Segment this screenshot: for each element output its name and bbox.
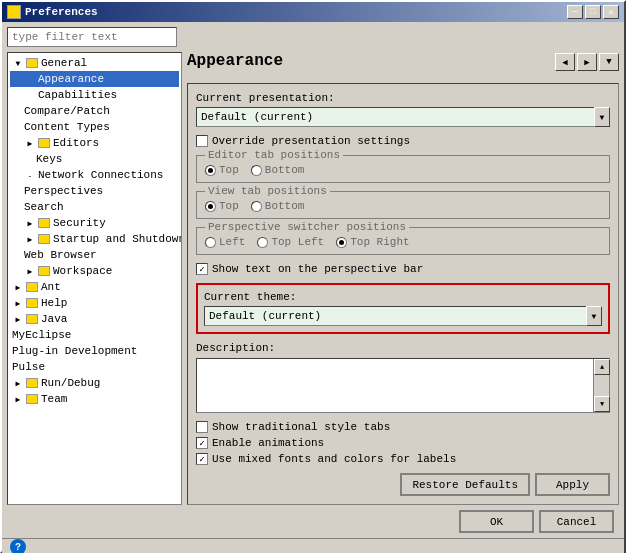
use-mixed-fonts-label: Use mixed fonts and colors for labels <box>212 453 456 465</box>
use-mixed-fonts-checkbox[interactable] <box>196 453 208 465</box>
description-scrollbar[interactable]: ▲ ▼ <box>593 359 609 412</box>
view-tab-groupbox: View tab positions Top Bottom <box>196 191 610 219</box>
title-bar: Preferences — □ ✕ <box>2 2 624 22</box>
tree-item-appearance[interactable]: Appearance <box>10 71 179 87</box>
close-button[interactable]: ✕ <box>603 5 619 19</box>
expand-icon-run-debug: ▶ <box>12 377 24 389</box>
search-bar <box>7 27 619 47</box>
nav-buttons: ◀ ▶ ▼ <box>555 53 619 71</box>
ps-groupbox: Perspective switcher positions Left Top … <box>196 227 610 255</box>
show-text-checkbox[interactable] <box>196 263 208 275</box>
tree-item-myeclipse[interactable]: MyEclipse <box>10 327 179 343</box>
use-mixed-fonts-row: Use mixed fonts and colors for labels <box>196 453 610 465</box>
nav-dropdown-button[interactable]: ▼ <box>599 53 619 71</box>
enable-animations-checkbox[interactable] <box>196 437 208 449</box>
current-presentation-arrow[interactable]: ▼ <box>594 107 610 127</box>
tree-item-ant[interactable]: ▶ Ant <box>10 279 179 295</box>
expand-icon-general: ▼ <box>12 57 24 69</box>
tree-item-compare-patch[interactable]: Compare/Patch <box>10 103 179 119</box>
ps-title: Perspective switcher positions <box>205 221 409 233</box>
expand-icon-appearance <box>24 73 36 85</box>
override-checkbox[interactable] <box>196 135 208 147</box>
description-group: Description: ▲ ▼ <box>196 342 610 413</box>
search-input[interactable] <box>7 27 177 47</box>
tree-label-general: General <box>41 57 87 69</box>
view-tab-bottom-radio[interactable] <box>251 201 262 212</box>
tree-item-general[interactable]: ▼ General <box>10 55 179 71</box>
scroll-down-btn[interactable]: ▼ <box>594 396 610 412</box>
cancel-button[interactable]: Cancel <box>539 510 614 533</box>
current-theme-dropdown[interactable]: Default (current) <box>204 306 587 326</box>
description-box: ▲ ▼ <box>196 358 610 413</box>
editor-tab-top-item: Top <box>205 164 239 176</box>
forward-button[interactable]: ▶ <box>577 53 597 71</box>
folder-icon-team <box>26 394 38 404</box>
override-label: Override presentation settings <box>212 135 410 147</box>
tree-item-capabilities[interactable]: Capabilities <box>10 87 179 103</box>
minimize-button[interactable]: — <box>567 5 583 19</box>
tree-item-content-types[interactable]: Content Types <box>10 119 179 135</box>
view-tab-top-item: Top <box>205 200 239 212</box>
tree-item-security[interactable]: ▶ Security <box>10 215 179 231</box>
tree-label-perspectives: Perspectives <box>24 185 103 197</box>
bottom-bar: OK Cancel <box>7 505 619 533</box>
view-tab-radios: Top Bottom <box>205 200 601 212</box>
tree-item-pulse[interactable]: Pulse <box>10 359 179 375</box>
panel-title: Appearance <box>187 52 283 70</box>
tree-label-plugin: Plug-in Development <box>12 345 137 357</box>
restore-defaults-button[interactable]: Restore Defaults <box>400 473 530 496</box>
tree-item-keys[interactable]: Keys <box>10 151 179 167</box>
expand-icon-editors: ▶ <box>24 137 36 149</box>
scroll-up-btn[interactable]: ▲ <box>594 359 610 375</box>
ps-top-left-item: Top Left <box>257 236 324 248</box>
enable-animations-label: Enable animations <box>212 437 324 449</box>
ok-button[interactable]: OK <box>459 510 534 533</box>
right-panel: Appearance ◀ ▶ ▼ Current presentation: D… <box>187 52 619 505</box>
tree-item-workspace[interactable]: ▶ Workspace <box>10 263 179 279</box>
ps-top-right-radio[interactable] <box>336 237 347 248</box>
tree-item-run-debug[interactable]: ▶ Run/Debug <box>10 375 179 391</box>
editor-tab-bottom-radio[interactable] <box>251 165 262 176</box>
editor-tab-bottom-item: Bottom <box>251 164 305 176</box>
folder-icon-java <box>26 314 38 324</box>
tree-item-search[interactable]: Search <box>10 199 179 215</box>
tree-label-capabilities: Capabilities <box>38 89 117 101</box>
expand-icon-workspace: ▶ <box>24 265 36 277</box>
show-traditional-checkbox[interactable] <box>196 421 208 433</box>
editor-tab-top-radio[interactable] <box>205 165 216 176</box>
tree-item-java[interactable]: ▶ Java <box>10 311 179 327</box>
tree-label-content-types: Content Types <box>24 121 110 133</box>
folder-icon-help <box>26 298 38 308</box>
tree-item-startup[interactable]: ▶ Startup and Shutdown <box>10 231 179 247</box>
title-buttons: — □ ✕ <box>567 5 619 19</box>
maximize-button[interactable]: □ <box>585 5 601 19</box>
ps-left-radio[interactable] <box>205 237 216 248</box>
tree-item-help[interactable]: ▶ Help <box>10 295 179 311</box>
status-icon: ? <box>10 539 26 553</box>
theme-section: Current theme: Default (current) ▼ <box>196 283 610 334</box>
tree-item-plugin[interactable]: Plug-in Development <box>10 343 179 359</box>
tree-item-web-browser[interactable]: Web Browser <box>10 247 179 263</box>
folder-icon-workspace <box>38 266 50 276</box>
view-tab-top-radio[interactable] <box>205 201 216 212</box>
current-theme-arrow[interactable]: ▼ <box>586 306 602 326</box>
tree-label-appearance: Appearance <box>38 73 104 85</box>
tree-item-editors[interactable]: ▶ Editors <box>10 135 179 151</box>
back-button[interactable]: ◀ <box>555 53 575 71</box>
tree-item-perspectives[interactable]: Perspectives <box>10 183 179 199</box>
apply-button[interactable]: Apply <box>535 473 610 496</box>
ps-top-left-label: Top Left <box>271 236 324 248</box>
title-bar-left: Preferences <box>7 5 98 19</box>
view-tab-title: View tab positions <box>205 185 330 197</box>
current-presentation-value: Default (current) <box>201 111 313 123</box>
left-panel[interactable]: ▼ General Appearance Capabi <box>7 52 182 505</box>
ps-radios: Left Top Left Top Right <box>205 236 601 248</box>
tree-item-network[interactable]: - Network Connections <box>10 167 179 183</box>
ps-top-left-radio[interactable] <box>257 237 268 248</box>
current-theme-label: Current theme: <box>204 291 602 303</box>
tree-item-team[interactable]: ▶ Team <box>10 391 179 407</box>
tree-label-network: Network Connections <box>38 169 163 181</box>
view-tab-bottom-item: Bottom <box>251 200 305 212</box>
current-presentation-dropdown[interactable]: Default (current) <box>196 107 595 127</box>
tree-label-keys: Keys <box>36 153 62 165</box>
